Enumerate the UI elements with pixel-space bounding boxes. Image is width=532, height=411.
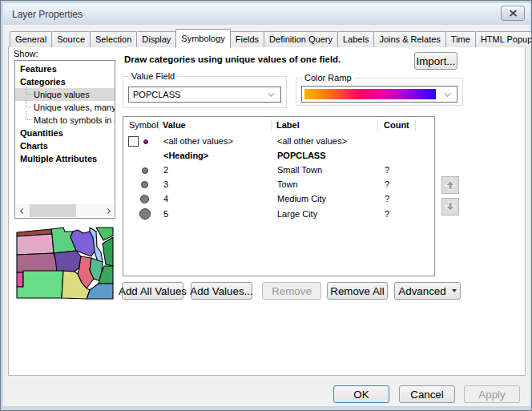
add-all-values-button[interactable]: Add All Values xyxy=(122,282,183,300)
circle-symbol-icon[interactable] xyxy=(141,181,148,188)
table-row-heading[interactable]: <Heading> POPCLASS xyxy=(124,149,433,163)
advanced-button-label: Advanced xyxy=(398,285,445,297)
chevron-right-icon xyxy=(104,208,110,213)
unique-values-table: Symbol Value Label Count <all other valu… xyxy=(123,116,435,276)
all-other-values-checkbox[interactable] xyxy=(128,136,139,147)
map-preview-image xyxy=(15,226,114,300)
dropdown-arrow-icon xyxy=(452,289,457,292)
state-colorado xyxy=(17,272,23,287)
column-header-count[interactable]: Count xyxy=(384,120,409,130)
show-label: Show: xyxy=(14,49,38,58)
tab-strip: General Source Selection Display Symbolo… xyxy=(10,28,532,47)
column-separator xyxy=(159,119,159,131)
close-button[interactable] xyxy=(501,6,525,21)
state-kansas xyxy=(17,271,63,298)
scroll-right-button[interactable] xyxy=(101,204,114,217)
tab-html-popup[interactable]: HTML Popup xyxy=(475,31,532,47)
show-item-features[interactable]: Features xyxy=(15,62,115,75)
draw-categories-instruction: Draw categories using unique values of o… xyxy=(124,54,409,64)
scrollbar-thumb[interactable] xyxy=(30,204,76,217)
value-field-group: Value Field POPCLASS xyxy=(123,76,287,108)
circle-symbol-icon[interactable] xyxy=(140,195,149,203)
move-up-button[interactable] xyxy=(441,176,459,194)
state-iowa xyxy=(54,251,81,272)
window-title: Layer Properties xyxy=(12,9,83,20)
horizontal-scrollbar[interactable] xyxy=(16,204,114,217)
add-values-button[interactable]: Add Values... xyxy=(191,282,252,300)
chevron-down-icon xyxy=(444,90,450,96)
table-row-value-4[interactable]: 4 Medium City ? xyxy=(124,192,433,207)
map-preview xyxy=(15,226,114,300)
circle-symbol-icon[interactable] xyxy=(142,167,148,174)
chevron-down-icon xyxy=(268,90,274,96)
cancel-button[interactable]: Cancel xyxy=(399,385,455,403)
column-header-label[interactable]: Label xyxy=(276,120,300,130)
column-separator xyxy=(415,119,416,131)
table-row-value-2[interactable]: 2 Small Town ? xyxy=(124,163,433,178)
color-ramp-dropdown[interactable] xyxy=(301,86,457,103)
color-ramp-group: Color Ramp xyxy=(296,78,463,106)
tab-time[interactable]: Time xyxy=(445,31,476,47)
advanced-button[interactable]: Advanced xyxy=(394,282,461,300)
table-row-value-5[interactable]: 5 Large City ? xyxy=(124,207,433,223)
value-field-selected: POPCLASS xyxy=(129,90,180,99)
tab-general[interactable]: General xyxy=(10,31,52,47)
color-ramp-group-label: Color Ramp xyxy=(302,73,354,83)
state-michigan-lower xyxy=(103,237,113,266)
show-item-charts[interactable]: Charts xyxy=(15,139,115,152)
tree-guide-icon xyxy=(26,99,31,107)
ok-button[interactable]: OK xyxy=(333,385,389,403)
column-header-symbol[interactable]: Symbol xyxy=(129,120,159,130)
tab-joins-relates[interactable]: Joins & Relates xyxy=(373,31,445,47)
column-separator xyxy=(271,119,272,131)
point-symbol-icon[interactable] xyxy=(143,139,148,144)
symbology-page: Show: Features Categories Unique values … xyxy=(8,46,526,376)
move-down-button[interactable] xyxy=(441,198,459,216)
import-button[interactable]: Import... xyxy=(414,52,457,70)
scroll-left-button[interactable] xyxy=(16,204,29,217)
color-ramp-swatch xyxy=(304,89,436,99)
tree-guide-icon xyxy=(26,86,31,95)
tab-symbology[interactable]: Symbology xyxy=(175,29,230,48)
show-item-multiple-attributes[interactable]: Multiple Attributes xyxy=(15,152,115,165)
remove-button[interactable]: Remove xyxy=(262,282,321,300)
circle-symbol-icon[interactable] xyxy=(139,208,151,220)
value-field-dropdown[interactable]: POPCLASS xyxy=(128,87,281,103)
state-south-dakota xyxy=(17,234,54,255)
show-item-match-symbols[interactable]: Match to symbols in a xyxy=(15,114,115,127)
tab-labels[interactable]: Labels xyxy=(337,31,374,47)
column-header-value[interactable]: Value xyxy=(163,120,186,130)
tab-definition-query[interactable]: Definition Query xyxy=(264,31,338,47)
value-field-group-label: Value Field xyxy=(129,71,177,81)
state-kentucky xyxy=(87,284,113,299)
close-icon xyxy=(509,10,518,17)
layer-properties-dialog: Layer Properties General Source Selectio… xyxy=(0,0,532,411)
arrow-down-icon xyxy=(444,200,457,213)
apply-button[interactable]: Apply xyxy=(464,385,520,403)
column-separator xyxy=(377,119,378,131)
table-row-all-other-values[interactable]: <all other values> <all other values> xyxy=(124,135,433,149)
show-listbox: Features Categories Unique values Unique… xyxy=(14,60,115,219)
title-bar: Layer Properties xyxy=(3,3,530,25)
tab-fields[interactable]: Fields xyxy=(230,31,264,47)
tab-selection[interactable]: Selection xyxy=(90,31,137,47)
arrow-up-icon xyxy=(444,179,457,191)
tab-source[interactable]: Source xyxy=(51,31,91,47)
scrollbar-track[interactable] xyxy=(29,204,101,217)
table-row-value-3[interactable]: 3 Town ? xyxy=(124,178,433,192)
dialog-content: General Source Selection Display Symbolo… xyxy=(3,25,530,406)
tree-guide-icon xyxy=(26,111,31,120)
show-item-quantities[interactable]: Quantities xyxy=(15,127,115,139)
tab-display[interactable]: Display xyxy=(136,31,176,47)
remove-all-button[interactable]: Remove All xyxy=(327,282,388,300)
chevron-left-icon xyxy=(19,208,25,213)
